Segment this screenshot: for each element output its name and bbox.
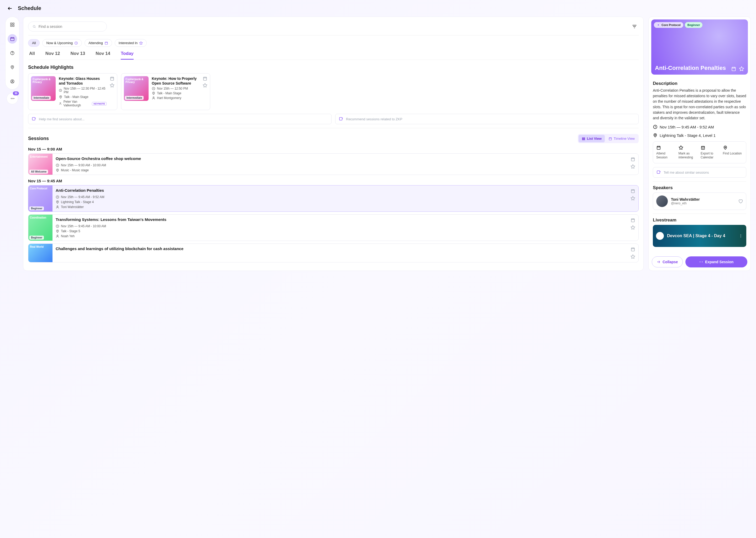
filter-chip-attending[interactable]: Attending: [84, 39, 112, 47]
sidebar-item-schedule[interactable]: [8, 34, 17, 44]
highlights-title: Schedule Highlights: [28, 65, 639, 70]
star-icon[interactable]: [110, 83, 115, 88]
svg-rect-4: [11, 37, 14, 41]
svg-rect-27: [582, 138, 585, 139]
svg-point-48: [725, 147, 726, 148]
action-interesting[interactable]: Mark as interesting: [679, 145, 699, 159]
svg-point-50: [740, 234, 741, 235]
livestream-heading: Livestream: [653, 218, 746, 223]
svg-point-42: [658, 25, 659, 26]
session-time: Nov 15th — 9:00 AM - 10:00 AM: [56, 163, 624, 167]
session-venue: Talk - Stage 5: [56, 229, 624, 233]
session-card[interactable]: Coordination Beginner Transforming Syste…: [28, 214, 639, 241]
sidebar-item-venue[interactable]: [8, 63, 17, 72]
svg-rect-40: [631, 219, 635, 222]
calendar-icon[interactable]: [110, 76, 115, 81]
description-heading: Description: [653, 81, 746, 86]
highlight-time: Nov 15th — 12:30 PM - 12:45 PM: [59, 87, 107, 94]
highlight-card[interactable]: Cypherpunk & Privacy Intermediate Keynot…: [28, 73, 117, 110]
location-icon: [653, 133, 658, 138]
star-icon[interactable]: [631, 196, 635, 201]
filter-button[interactable]: [630, 22, 639, 31]
sessions-title: Sessions: [28, 136, 49, 141]
suggestion-zkp[interactable]: Recommend sessions related to ZKP: [335, 114, 639, 124]
calendar-icon[interactable]: [631, 188, 635, 193]
similar-sessions-prompt[interactable]: Tell me about similar sessions: [653, 167, 746, 178]
sidebar-item-speakers[interactable]: [8, 48, 17, 58]
session-title: Challenges and learnings of utilizing bl…: [56, 246, 624, 251]
search-input[interactable]: [28, 22, 107, 31]
svg-rect-29: [609, 138, 611, 140]
star-icon[interactable]: [739, 66, 744, 72]
page-title: Schedule: [18, 5, 41, 11]
star-icon[interactable]: [631, 164, 635, 169]
more-icon[interactable]: [738, 234, 743, 238]
svg-rect-19: [111, 77, 114, 81]
session-card[interactable]: Real World Challenges and learnings of u…: [28, 243, 639, 262]
date-tab-nov13[interactable]: Nov 13: [71, 51, 85, 60]
track-tag: Cypherpunk & Privacy: [32, 78, 54, 83]
svg-point-51: [740, 236, 741, 236]
calendar-icon[interactable]: [731, 66, 736, 72]
track-tag: Coordination: [30, 216, 51, 219]
highlight-title: Keynote: How to Properly Open Source Sof…: [152, 76, 200, 86]
expand-session-button[interactable]: Expand Session: [685, 256, 747, 267]
date-tab-today[interactable]: Today: [121, 51, 134, 60]
sidebar-notifications[interactable]: 30: [7, 93, 18, 104]
back-arrow[interactable]: [7, 6, 13, 11]
svg-point-12: [14, 98, 15, 99]
star-icon: [139, 41, 143, 45]
date-tab-nov12[interactable]: Nov 12: [45, 51, 60, 60]
highlight-card[interactable]: Cypherpunk & Privacy Intermediate Keynot…: [121, 73, 210, 110]
svg-point-13: [33, 26, 35, 27]
date-tab-nov14[interactable]: Nov 14: [96, 51, 110, 60]
header: Schedule: [0, 0, 756, 17]
action-find-location[interactable]: Find Location: [723, 145, 743, 159]
calendar-icon[interactable]: [203, 76, 208, 81]
svg-point-39: [57, 235, 58, 237]
filter-chip-now[interactable]: Now & Upcoming: [42, 39, 82, 47]
collapse-button[interactable]: Collapse: [652, 256, 683, 267]
svg-point-38: [57, 231, 58, 231]
list-icon: [582, 137, 586, 140]
sidebar-item-dashboard[interactable]: [8, 20, 17, 29]
description-text: Anti-Correlation Penalties is a proposal…: [653, 88, 746, 121]
time-group-header: Nov 15 — 9:45 AM: [28, 179, 639, 183]
avatar: [656, 195, 668, 207]
suggestion-find[interactable]: Help me find sessions about...: [28, 114, 332, 124]
sparkle-icon: [339, 117, 343, 121]
calendar-icon: [105, 41, 108, 45]
heart-icon[interactable]: [738, 199, 743, 204]
sparkle-icon: [31, 117, 36, 121]
star-icon[interactable]: [203, 83, 208, 88]
level-tag: Beginner: [29, 206, 44, 210]
date-tab-all[interactable]: All: [29, 51, 35, 60]
calendar-icon[interactable]: [631, 157, 635, 162]
star-icon[interactable]: [631, 225, 635, 230]
livestream-player[interactable]: Devcon SEA | Stage 4 - Day 4: [653, 225, 746, 247]
action-attend[interactable]: Attend Session: [656, 145, 677, 159]
view-list-btn[interactable]: List View: [579, 135, 605, 142]
session-speaker: Toni Wahrstätter: [56, 205, 624, 209]
calendar-plus-icon: [701, 145, 705, 150]
filter-chip-interested[interactable]: Interested In: [115, 39, 147, 47]
speaker-card[interactable]: Toni Wahrstätter @nero_eth: [653, 192, 746, 210]
view-timeline-btn[interactable]: Timeline View: [605, 135, 638, 142]
svg-point-11: [13, 98, 13, 99]
calendar-icon[interactable]: [631, 247, 635, 252]
session-time: Nov 15th — 9:45 AM - 9:52 AM: [56, 195, 624, 199]
detail-panel: Core Protocol Beginner Anti-Correlation …: [648, 17, 751, 271]
search-field[interactable]: [39, 25, 102, 28]
sidebar-item-profile[interactable]: [8, 77, 17, 86]
session-venue: Music - Music stage: [56, 168, 624, 172]
svg-rect-49: [657, 171, 660, 174]
calendar-icon: [656, 145, 661, 150]
filter-chip-all[interactable]: All: [28, 39, 40, 47]
session-card[interactable]: Entertainment All Welcome Open-Source Or…: [28, 153, 639, 175]
star-icon[interactable]: [631, 254, 635, 259]
action-export[interactable]: Export to Calendar: [701, 145, 721, 159]
time-group-header: Nov 15 — 9:00 AM: [28, 147, 639, 151]
calendar-icon[interactable]: [631, 218, 635, 223]
highlight-venue: Talk - Main Stage: [152, 91, 200, 95]
session-card[interactable]: Core Protocol Beginner Anti-Correlation …: [28, 185, 639, 212]
